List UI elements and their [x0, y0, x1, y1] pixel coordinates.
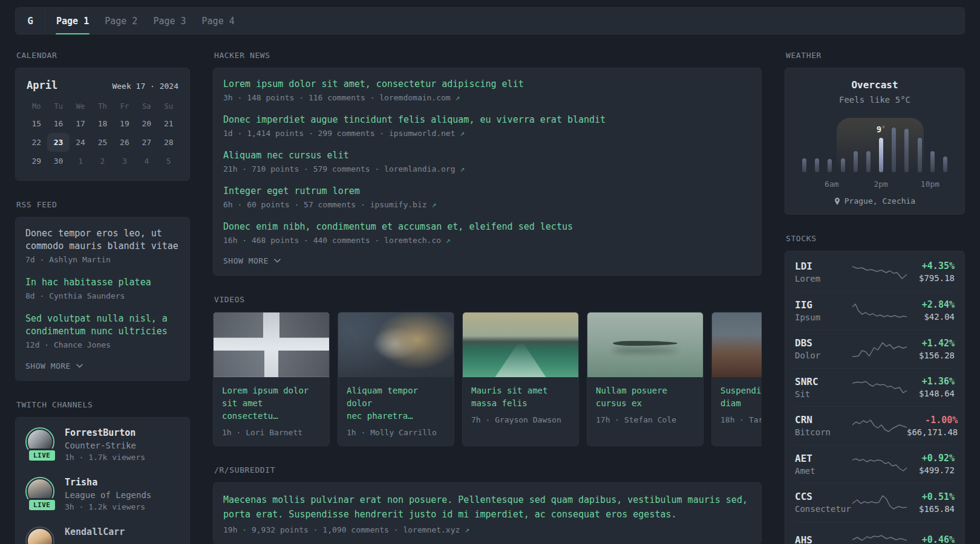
hackernews-item-stats: 21h · 710 points · 579 comments · — [223, 164, 379, 173]
weather-bar — [930, 151, 935, 172]
stock-row[interactable]: CCS Consectetur +0.51% $165.84 — [795, 483, 955, 522]
hackernews-item-title[interactable]: Donec imperdiet augue tincidunt felis al… — [223, 114, 751, 126]
video-card[interactable]: Lorem ipsum dolor sit amet consectetu… 1… — [213, 312, 330, 446]
calendar-day: 16 — [47, 114, 69, 133]
page-tab-label: Page 2 — [105, 16, 137, 27]
stock-row[interactable]: AET Amet +0.92% $499.72 — [795, 445, 955, 484]
video-card[interactable]: Suspendisse diam 18h · Tara — [711, 312, 762, 446]
stock-sparkline — [852, 340, 907, 357]
calendar-day: 2 — [91, 152, 113, 170]
stock-change: +4.35% — [919, 261, 955, 271]
twitch-channel-name[interactable]: KendallCarr — [65, 526, 125, 537]
hackernews-show-more[interactable]: SHOW MORE — [223, 256, 751, 265]
twitch-channel-row[interactable]: LIVE Trisha League of Legends 3h · 1.2k … — [25, 477, 180, 511]
subreddit-post-title[interactable]: Maecenas mollis pulvinar erat non posuer… — [223, 493, 751, 522]
external-link-icon[interactable]: ↗ — [456, 93, 460, 102]
page-tab[interactable]: Page 1 — [48, 8, 97, 34]
stock-price: $156.28 — [919, 351, 955, 360]
stock-row[interactable]: LDI Lorem +4.35% $795.18 — [795, 253, 955, 291]
hackernews-item-domain[interactable]: loremdomain.com — [379, 93, 450, 102]
stock-name: Dolor — [795, 351, 852, 360]
calendar-day-header: Fr — [114, 99, 136, 114]
stock-sparkline — [852, 417, 907, 434]
calendar-day: 22 — [25, 133, 47, 152]
right-column: WEATHER Overcast Feels like 5°C 9° 6am2p… — [785, 51, 965, 544]
rss-widget: RSS FEED Donec tempor eros leo, ut commo… — [15, 200, 190, 381]
twitch-channel-row[interactable]: LIVE KendallCarr — [25, 526, 180, 544]
page-tab-label: Page 3 — [153, 16, 186, 27]
hackernews-item-domain[interactable]: loremlandia.org — [384, 164, 455, 173]
stock-price: $795.18 — [919, 273, 955, 283]
rss-item-title[interactable]: Donec tempor eros leo, ut commodo mauris… — [25, 227, 180, 253]
video-card[interactable]: Aliquam tempor dolor nec pharetra… 1h · … — [338, 312, 454, 446]
video-card[interactable]: Mauris sit amet massa felis 7h · Grayson… — [462, 312, 579, 446]
rss-item: Donec tempor eros leo, ut commodo mauris… — [25, 227, 180, 264]
stock-row[interactable]: CRN Bitcorn -1.00% $66,171.48 — [795, 406, 955, 445]
hackernews-item-stats: 6h · 60 points · 57 comments · — [223, 200, 365, 209]
hackernews-item-domain[interactable]: ipsumify.biz — [370, 200, 427, 209]
external-link-icon[interactable]: ↗ — [460, 164, 465, 173]
hackernews-item-meta: 16h · 468 points · 440 comments · loremt… — [223, 236, 751, 245]
hackernews-item-meta: 1d · 1,414 points · 299 comments · ipsum… — [223, 129, 751, 138]
external-link-icon[interactable]: ↗ — [460, 129, 465, 138]
twitch-channel-row[interactable]: LIVE ForrestBurton Counter-Strike 1h · 1… — [25, 427, 180, 462]
weather-feels-like: Feels like 5°C — [795, 95, 955, 105]
rss-item-meta: 12d · Chance Jones — [25, 340, 180, 349]
twitch-channel-name[interactable]: Trisha — [65, 477, 151, 488]
video-title[interactable]: Nullam posuere cursus ex — [596, 384, 694, 410]
hackernews-item-stats: 3h · 148 points · 116 comments · — [223, 93, 374, 102]
stock-name: Sit — [795, 389, 852, 399]
stocks-widget-label: STOCKS — [786, 234, 965, 243]
calendar-day: 18 — [91, 114, 113, 133]
external-link-icon[interactable]: ↗ — [465, 525, 469, 534]
hackernews-item-stats: 1d · 1,414 points · 299 comments · — [223, 129, 384, 138]
rss-show-more[interactable]: SHOW MORE — [25, 361, 180, 371]
twitch-channel-viewers: 1h · 1.7k viewers — [65, 453, 145, 462]
calendar-day-header: We — [70, 99, 91, 114]
app-logo[interactable]: G — [16, 8, 45, 34]
stock-row[interactable]: AHS +0.46% — [795, 522, 955, 544]
stock-sparkline — [852, 456, 907, 473]
rss-item: In hac habitasse platea 8d · Cynthia Sau… — [25, 276, 180, 300]
stock-ticker: DBS — [795, 337, 852, 349]
hackernews-item: Aliquam nec cursus elit 21h · 710 points… — [223, 149, 751, 173]
stock-change: +0.46% — [922, 534, 955, 544]
subreddit-post-domain[interactable]: loremnet.xyz — [403, 525, 460, 534]
stock-price: $66,171.48 — [907, 427, 958, 437]
video-title[interactable]: Mauris sit amet massa felis — [471, 384, 570, 410]
external-link-icon[interactable]: ↗ — [446, 236, 451, 245]
stock-ticker: AET — [795, 453, 852, 464]
stock-row[interactable]: SNRC Sit +1.36% $148.64 — [795, 368, 955, 407]
page-tab[interactable]: Page 4 — [194, 8, 243, 34]
video-title[interactable]: Suspendisse diam — [720, 384, 762, 410]
page-tab[interactable]: Page 2 — [97, 8, 145, 34]
stock-row[interactable]: IIG Ipsum +2.84% $42.04 — [795, 291, 955, 330]
rss-item-title[interactable]: Sed volutpat nulla nisl, a condimentum n… — [25, 312, 180, 338]
calendar-day-header: Mo — [25, 99, 47, 114]
stock-name: Bitcorn — [795, 427, 852, 437]
video-title[interactable]: Aliquam tempor dolor nec pharetra… — [347, 384, 445, 423]
weather-current-temp: 9° — [877, 125, 886, 134]
stock-name: Lorem — [795, 274, 852, 283]
twitch-widget: TWITCH CHANNELS LIVE ForrestBurton Count… — [15, 400, 190, 544]
stock-change: +0.51% — [919, 491, 955, 502]
hackernews-item-title[interactable]: Aliquam nec cursus elit — [223, 149, 751, 162]
stock-price: $148.64 — [919, 389, 955, 398]
stock-name: Amet — [795, 466, 852, 476]
video-card[interactable]: Nullam posuere cursus ex 17h · Stefan Co… — [587, 312, 704, 446]
hackernews-item-title[interactable]: Integer eget rutrum lorem — [223, 185, 751, 198]
stock-row[interactable]: DBS Dolor +1.42% $156.28 — [795, 329, 955, 368]
weather-chart: 9° 6am2pm10pm — [801, 125, 949, 190]
hackernews-item-title[interactable]: Donec enim nibh, condimentum et accumsan… — [223, 221, 751, 233]
stock-name: Consectetur — [795, 504, 852, 514]
stock-ticker: LDI — [795, 261, 852, 272]
video-title[interactable]: Lorem ipsum dolor sit amet consectetu… — [222, 384, 321, 423]
twitch-channel-name[interactable]: ForrestBurton — [65, 427, 145, 438]
page-tab[interactable]: Page 3 — [145, 8, 194, 34]
hackernews-item-domain[interactable]: loremtech.co — [384, 236, 441, 245]
hackernews-item-title[interactable]: Lorem ipsum dolor sit amet, consectetur … — [223, 78, 751, 91]
hackernews-item-domain[interactable]: ipsumworld.net — [389, 129, 456, 138]
rss-item-title[interactable]: In hac habitasse platea — [25, 276, 180, 289]
external-link-icon[interactable]: ↗ — [431, 200, 436, 209]
videos-row: Lorem ipsum dolor sit amet consectetu… 1… — [213, 312, 762, 446]
